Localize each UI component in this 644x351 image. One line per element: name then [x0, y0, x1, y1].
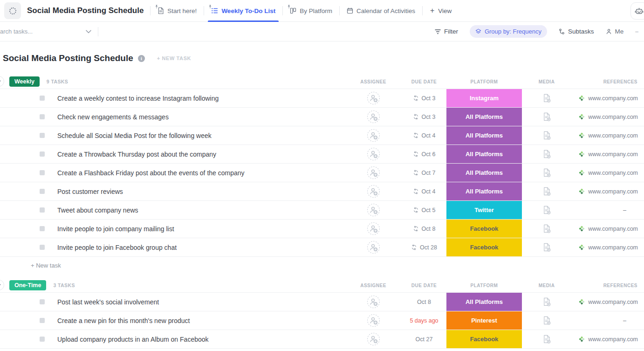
add-assignee-button[interactable]	[367, 91, 380, 105]
collapse-group-button[interactable]	[0, 280, 4, 290]
add-media-button[interactable]	[542, 93, 551, 103]
add-assignee-button[interactable]	[367, 203, 380, 217]
add-media-button[interactable]	[542, 112, 551, 122]
add-media-button[interactable]	[542, 316, 551, 325]
task-status-checkbox[interactable]	[40, 318, 45, 323]
collapse-group-button[interactable]	[0, 76, 4, 87]
add-media-button[interactable]	[542, 242, 551, 252]
reference-link[interactable]: www.company.com	[571, 114, 644, 120]
platform-badge[interactable]: Facebook	[446, 238, 522, 256]
add-media-button[interactable]	[542, 334, 551, 344]
task-status-checkbox[interactable]	[40, 337, 45, 342]
due-date[interactable]: Oct 4	[402, 132, 446, 139]
reference-link[interactable]: www.company.com	[571, 95, 644, 102]
task-name[interactable]: Invite people to join Facebook group cha…	[57, 244, 177, 251]
reference-link[interactable]: www.company.com	[571, 336, 644, 343]
add-media-button[interactable]	[542, 297, 551, 307]
group-new-task-button[interactable]: + New task	[0, 257, 61, 271]
task-status-checkbox[interactable]	[40, 207, 45, 213]
due-date[interactable]: Oct 8	[402, 226, 446, 232]
reference-link[interactable]: www.company.com	[571, 244, 644, 251]
task-name[interactable]: Upload company products in an Album on F…	[57, 336, 209, 343]
column-header-media[interactable]: MEDIA	[522, 283, 571, 288]
task-status-checkbox[interactable]	[40, 245, 45, 250]
due-date[interactable]: Oct 3	[402, 114, 446, 120]
info-icon[interactable]: i	[138, 55, 145, 62]
automation-bot-button[interactable]	[630, 2, 644, 20]
me-filter-button[interactable]: Me	[606, 28, 624, 35]
add-media-button[interactable]	[542, 149, 551, 159]
tab-start-here[interactable]: Start here!	[151, 0, 204, 21]
add-assignee-button[interactable]	[367, 295, 380, 309]
add-view-button[interactable]: + View	[423, 0, 459, 21]
subtasks-button[interactable]: Subtasks	[559, 28, 594, 35]
group-by-button[interactable]: Group by: Frequency	[470, 25, 547, 38]
task-status-checkbox[interactable]	[40, 189, 45, 194]
platform-badge[interactable]: All Platforms	[446, 126, 522, 145]
task-status-checkbox[interactable]	[40, 226, 45, 231]
add-assignee-button[interactable]	[367, 185, 380, 198]
add-assignee-button[interactable]	[367, 222, 380, 235]
tab-by-platform[interactable]: By Platform	[283, 0, 339, 21]
platform-badge[interactable]: All Platforms	[446, 182, 522, 200]
task-name[interactable]: Post customer reviews	[57, 188, 123, 195]
task-name[interactable]: Invite people to join company mailing li…	[57, 225, 174, 233]
platform-badge[interactable]: Facebook	[446, 330, 522, 348]
platform-badge[interactable]: Instagram	[446, 89, 522, 107]
filter-button[interactable]: Filter	[435, 28, 458, 35]
platform-badge[interactable]: All Platforms	[446, 164, 522, 182]
task-name[interactable]: Tweet about company news	[57, 206, 138, 214]
due-date[interactable]: Oct 8	[402, 299, 446, 305]
task-status-checkbox[interactable]	[40, 151, 45, 157]
task-status-checkbox[interactable]	[40, 170, 45, 175]
add-media-button[interactable]	[542, 224, 551, 234]
add-assignee-button[interactable]	[367, 110, 380, 124]
due-date[interactable]: Oct 6	[402, 151, 446, 158]
due-date[interactable]: Oct 4	[402, 188, 446, 195]
search-tasks-input[interactable]: arch tasks...	[0, 28, 91, 35]
column-header-assignee[interactable]: ASSIGNEE	[345, 79, 402, 84]
reference-link[interactable]: www.company.com	[571, 299, 644, 305]
column-header-due-date[interactable]: DUE DATE	[402, 283, 446, 288]
new-task-button[interactable]: + NEW TASK	[157, 55, 191, 61]
due-date[interactable]: Oct 7	[402, 170, 446, 176]
tab-weekly-to-do-list[interactable]: Weekly To-Do List	[204, 0, 282, 21]
task-name[interactable]: Post last week's social involvement	[57, 298, 159, 306]
group-badge[interactable]: Weekly	[9, 76, 40, 87]
task-name[interactable]: Schedule all Social Media Post for the f…	[57, 132, 212, 139]
due-date[interactable]: Oct 28	[402, 244, 446, 251]
due-date[interactable]: Oct 27	[402, 336, 446, 343]
column-header-media[interactable]: MEDIA	[522, 79, 571, 84]
group-badge[interactable]: One-Time	[9, 280, 46, 290]
platform-badge[interactable]: All Platforms	[446, 293, 522, 311]
task-status-checkbox[interactable]	[40, 114, 45, 119]
task-name[interactable]: Create a new pin for this month's new pr…	[57, 317, 190, 324]
task-status-checkbox[interactable]	[40, 299, 45, 304]
reference-link[interactable]: www.company.com	[571, 132, 644, 139]
platform-badge[interactable]: Pinterest	[446, 311, 522, 330]
add-assignee-button[interactable]	[367, 166, 380, 179]
tab-calendar-of-activities[interactable]: Calendar of Activities	[340, 0, 422, 21]
task-name[interactable]: Create a Throwback Thursday post about t…	[57, 151, 216, 158]
column-header-platform[interactable]: PLATFORM	[446, 79, 522, 84]
column-header-references[interactable]: REFERENCES	[571, 283, 644, 288]
add-assignee-button[interactable]	[367, 314, 380, 327]
reference-link[interactable]: www.company.com	[571, 188, 644, 195]
task-name[interactable]: Create a Flashback Friday post about the…	[57, 169, 245, 177]
task-status-checkbox[interactable]	[40, 96, 45, 101]
column-header-platform[interactable]: PLATFORM	[446, 283, 522, 288]
add-assignee-button[interactable]	[367, 332, 380, 346]
add-assignee-button[interactable]	[367, 147, 380, 161]
add-assignee-button[interactable]	[367, 241, 380, 254]
column-header-assignee[interactable]: ASSIGNEE	[345, 283, 402, 288]
due-date[interactable]: Oct 5	[402, 207, 446, 213]
add-media-button[interactable]	[542, 168, 551, 178]
add-media-button[interactable]	[542, 205, 551, 215]
add-assignee-button[interactable]	[367, 129, 380, 142]
reference-link[interactable]: www.company.com	[571, 226, 644, 232]
add-media-button[interactable]	[542, 131, 551, 140]
task-name[interactable]: Check new engagements & messages	[57, 113, 169, 121]
due-date[interactable]: Oct 3	[402, 95, 446, 102]
column-header-due-date[interactable]: DUE DATE	[402, 79, 446, 84]
reference-link[interactable]: –	[571, 207, 644, 213]
